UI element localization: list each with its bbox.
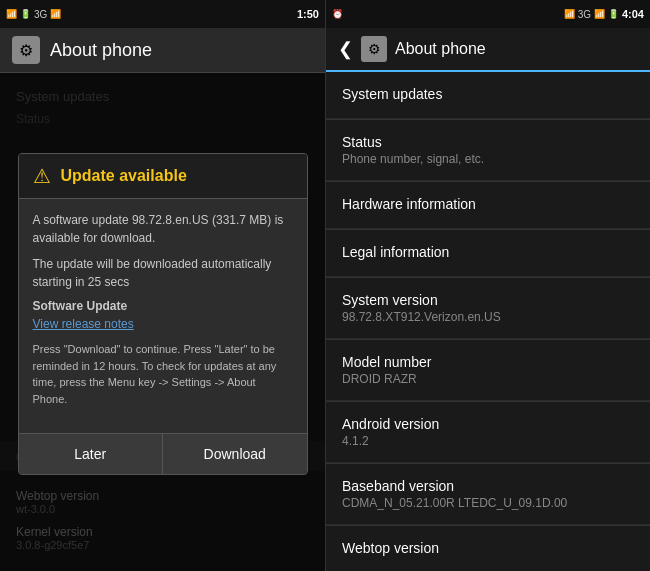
sim-icon: 📶 [6, 9, 17, 19]
time-left: 1:50 [297, 8, 319, 20]
battery-icon: 🔋 [20, 9, 31, 19]
menu-item-sub: CDMA_N_05.21.00R LTEDC_U_09.1D.00 [342, 496, 634, 510]
left-panel: 📶 🔋 3G 📶 1:50 ⚙ About phone System updat… [0, 0, 325, 571]
menu-item-sub: Phone number, signal, etc. [342, 152, 634, 166]
dialog-header: ⚠ Update available [19, 154, 307, 199]
menu-item-label: Webtop version [342, 540, 634, 556]
menu-item-model-number[interactable]: Model number DROID RAZR [326, 340, 650, 401]
menu-item-label: Android version [342, 416, 634, 432]
right-panel: ⏰ 📶 3G 📶 🔋 4:04 ❮ ⚙ About phone System u… [325, 0, 650, 571]
page-title-right: About phone [395, 40, 486, 58]
menu-item-sub: DROID RAZR [342, 372, 634, 386]
menu-list: System updates Status Phone number, sign… [326, 72, 650, 571]
dialog-overlay: ⚠ Update available A software update 98.… [0, 73, 325, 571]
battery-icon-r: 🔋 [608, 9, 619, 19]
menu-item-sub: 98.72.8.XT912.Verizon.en.US [342, 310, 634, 324]
menu-item-android-version[interactable]: Android version 4.1.2 [326, 402, 650, 463]
gear-icon-right: ⚙ [361, 36, 387, 62]
header-right: ❮ ⚙ About phone [326, 28, 650, 72]
dialog-title: Update available [61, 167, 187, 185]
time-right: 4:04 [622, 8, 644, 20]
status-bar-left: 📶 🔋 3G 📶 1:50 [0, 0, 325, 28]
network-label-r: 3G [578, 9, 591, 20]
menu-item-system-version[interactable]: System version 98.72.8.XT912.Verizon.en.… [326, 278, 650, 339]
update-dialog: ⚠ Update available A software update 98.… [18, 153, 308, 475]
menu-item-system-updates[interactable]: System updates [326, 72, 650, 119]
signal-icon-r: 📶 [594, 9, 605, 19]
header-left: ⚙ About phone [0, 28, 325, 73]
menu-item-label: Legal information [342, 244, 634, 260]
network-label: 3G [34, 9, 47, 20]
left-content: System updates Status ⚠ Update available… [0, 73, 325, 571]
gear-icon-left: ⚙ [12, 36, 40, 64]
back-button[interactable]: ❮ [338, 38, 353, 60]
menu-item-sub: 4.1.2 [342, 434, 634, 448]
status-icons-right: ⏰ [332, 9, 343, 19]
download-button[interactable]: Download [163, 434, 307, 474]
alarm-icon: ⏰ [332, 9, 343, 19]
menu-item-webtop[interactable]: Webtop version [326, 526, 650, 571]
warning-icon: ⚠ [33, 164, 51, 188]
page-title-left: About phone [50, 40, 152, 61]
menu-item-label: Baseband version [342, 478, 634, 494]
menu-item-status[interactable]: Status Phone number, signal, etc. [326, 120, 650, 181]
wifi-icon: 📶 [50, 9, 61, 19]
menu-item-baseband[interactable]: Baseband version CDMA_N_05.21.00R LTEDC_… [326, 464, 650, 525]
dialog-footer-text: Press "Download" to continue. Press "Lat… [33, 341, 293, 407]
software-update-label: Software Update [33, 299, 293, 313]
status-icons-left: 📶 🔋 3G 📶 [6, 9, 61, 20]
menu-item-label: Status [342, 134, 634, 150]
menu-item-legal[interactable]: Legal information [326, 230, 650, 277]
later-button[interactable]: Later [19, 434, 164, 474]
menu-item-hardware[interactable]: Hardware information [326, 182, 650, 229]
menu-item-label: Hardware information [342, 196, 634, 212]
dialog-text-2: The update will be downloaded automatica… [33, 255, 293, 291]
wifi-icon-r: 📶 [564, 9, 575, 19]
menu-item-label: Model number [342, 354, 634, 370]
dialog-buttons: Later Download [19, 433, 307, 474]
status-bar-right: ⏰ 📶 3G 📶 🔋 4:04 [326, 0, 650, 28]
menu-item-label: System updates [342, 86, 634, 102]
dialog-body: A software update 98.72.8.en.US (331.7 M… [19, 199, 307, 433]
menu-item-label: System version [342, 292, 634, 308]
dialog-text-1: A software update 98.72.8.en.US (331.7 M… [33, 211, 293, 247]
view-release-notes-link[interactable]: View release notes [33, 317, 293, 331]
